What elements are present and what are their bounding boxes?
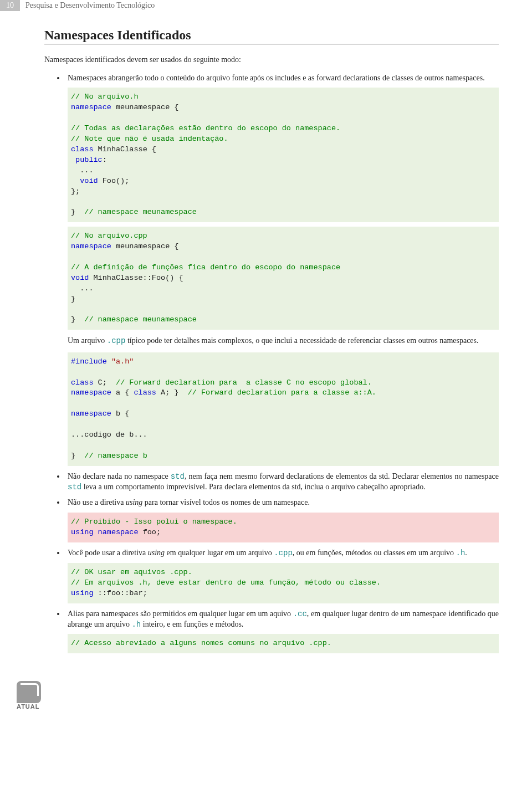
bullet-text: Namespaces abrangerão todo o conteúdo do… <box>68 74 485 82</box>
page-number: 10 <box>0 0 20 11</box>
section-title: Namespaces Identificados <box>44 28 499 44</box>
code-block: // No arquivo.h namespace meunamespace {… <box>68 88 499 222</box>
list-item: Não declare nada no namespace std, nem f… <box>65 472 499 493</box>
list-item: Alias para namespaces são permitidos em … <box>65 609 499 654</box>
code-block: // OK usar em aquivos .cpp. // Em arquiv… <box>68 563 499 603</box>
logo-text: ATUAL <box>17 703 55 710</box>
list-item: Não use a diretiva using para tornar vis… <box>65 498 499 542</box>
code-block: #include "a.h" class C; // Forward decla… <box>68 352 499 466</box>
paragraph: Um arquivo .cpp típico pode ter detalhes… <box>68 335 499 347</box>
intro-paragraph: Namespaces identificados devem ser usado… <box>44 54 499 65</box>
footer-logo: ATUAL <box>17 681 55 709</box>
logo-icon <box>17 681 41 703</box>
code-block-forbidden: // Proibido - Isso polui o namespace. us… <box>68 513 499 542</box>
code-block: // No arquivo.cpp namespace meunamespace… <box>68 227 499 330</box>
page-body: Namespaces Identificados Namespaces iden… <box>0 28 532 731</box>
running-head: Pesquisa e Desenvolvimento Tecnológico <box>20 0 160 11</box>
list-item: Namespaces abrangerão todo o conteúdo do… <box>65 73 499 466</box>
code-block: // Acesso abreviado a alguns nomes comun… <box>68 634 499 653</box>
page-header: 10 Pesquisa e Desenvolvimento Tecnológic… <box>0 0 532 11</box>
list-item: Você pode usar a diretiva using em qualq… <box>65 548 499 603</box>
bullet-list: Namespaces abrangerão todo o conteúdo do… <box>44 73 499 654</box>
